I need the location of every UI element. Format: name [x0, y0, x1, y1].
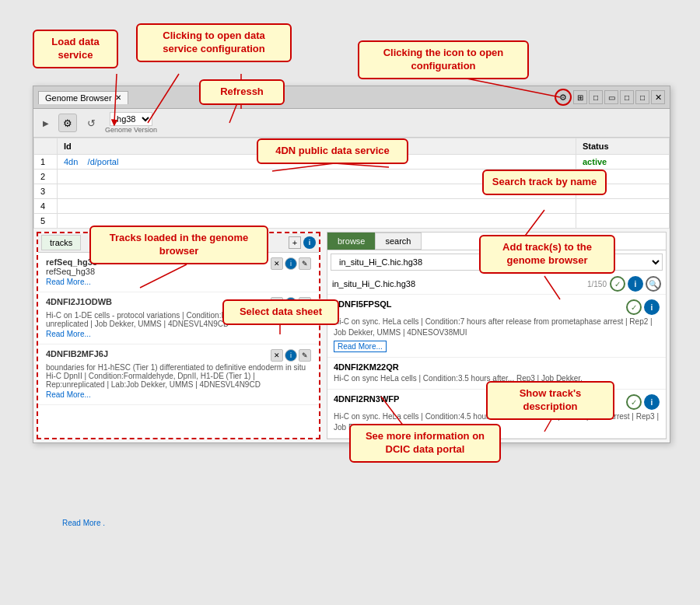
result-read-more[interactable]: Read More...	[334, 341, 387, 352]
track-name: 4DNFI2J1ODWB	[46, 297, 112, 306]
result-check-btn[interactable]: ✓	[610, 276, 625, 292]
icon-toolbar-1[interactable]: ⊞	[573, 90, 587, 104]
callout-showdesc: Show track's description	[486, 381, 614, 420]
track-subname: refSeq_hg38	[46, 267, 97, 276]
result-item-info-btn[interactable]: i	[644, 394, 660, 410]
track-edit-btn[interactable]: ✎	[299, 349, 311, 362]
browser-tab[interactable]: Genome Browser ✕	[38, 91, 128, 104]
tracks-info-icon[interactable]: i	[303, 236, 316, 249]
result-search-btn[interactable]: 🔍	[646, 276, 661, 292]
result-item-check-btn[interactable]: ✓	[626, 394, 642, 410]
callout-select: Select data sheet	[222, 299, 339, 325]
tracks-add-icon[interactable]: +	[289, 236, 301, 249]
track-info-btn[interactable]: i	[285, 257, 297, 270]
row-id	[58, 199, 576, 214]
icon-toolbar-3[interactable]: ▭	[604, 90, 618, 104]
main-container: Load data service Clicking to open data …	[0, 0, 700, 605]
table-row: 4	[34, 199, 670, 214]
gear-icon: ⚙	[63, 117, 72, 129]
track-item: 4DNFIB2MFJ6J ✕ i ✎ boundaries for H1-hES…	[38, 344, 319, 405]
gear-button[interactable]: ⚙	[58, 114, 77, 132]
search-tab-label: search	[385, 236, 411, 246]
callout-4dn-text: 4DN public data service	[275, 145, 390, 156]
callout-tracks: Tracks loaded in the genome browser	[89, 226, 268, 264]
search-result-item: 4DNFI5FPSQL ✓ i Hi-C on sync. HeLa cells…	[327, 295, 666, 358]
browse-tab[interactable]: browse	[327, 233, 375, 250]
callout-load-text: Load data service	[51, 36, 99, 61]
track-read-more[interactable]: Read More...	[46, 278, 91, 286]
callout-clicking: Clicking to open data service configurat…	[136, 23, 292, 62]
browser-tab-label: Genome Browser	[45, 93, 112, 103]
result-info-btn[interactable]: i	[628, 276, 643, 292]
track-read-more[interactable]: Read More...	[46, 390, 91, 399]
genome-label: Genome Version	[105, 126, 157, 134]
callout-addtrack-text: Add track(s) to the genome browser	[502, 241, 592, 266]
row-status	[576, 199, 670, 214]
bottom-read-more[interactable]: Read More .	[62, 519, 105, 527]
play-button[interactable]: ▶	[40, 117, 52, 129]
track-desc: boundaries for H1-hESC (Tier 1) differen…	[46, 363, 311, 389]
callout-icon-config: Clicking the icon to open configuration	[358, 40, 529, 79]
icon-toolbar-2[interactable]: □	[589, 90, 603, 104]
result-title: 4DNFI5FPSQL	[334, 299, 392, 309]
browser-toolbar: ▶ ⚙ ↺ hg38 hg19 Genome Version	[33, 109, 670, 138]
search-tab[interactable]: search	[375, 233, 421, 250]
callout-seemore: See more information on DCIC data portal	[349, 424, 501, 463]
tracks-tab[interactable]: tracks	[41, 235, 81, 250]
row-num: 4	[34, 199, 58, 214]
col-header-status: Status	[576, 138, 670, 155]
row-num: 1	[34, 155, 58, 170]
close-window-icon[interactable]: ✕	[651, 90, 665, 104]
result-desc: Hi-C on sync. HeLa cells | Condition:7 h…	[334, 316, 660, 338]
close-tab-icon[interactable]: ✕	[115, 93, 121, 102]
genome-version-selector[interactable]: hg38 hg19 Genome Version	[105, 112, 157, 134]
callout-addtrack: Add track(s) to the genome browser	[479, 235, 615, 274]
callout-tracks-text: Tracks loaded in the genome browser	[110, 232, 248, 257]
callout-load: Load data service	[33, 30, 118, 68]
search-count: 1/150	[587, 280, 607, 289]
callout-clicking-text: Clicking to open data service configurat…	[163, 30, 264, 54]
refresh-icon: ↺	[87, 117, 96, 129]
browse-tab-label: browse	[338, 236, 365, 246]
track-delete-btn[interactable]: ✕	[271, 257, 283, 270]
refresh-button[interactable]: ↺	[83, 115, 99, 131]
result-item-info-btn[interactable]: i	[644, 299, 660, 315]
icon-toolbar-5[interactable]: □	[635, 90, 649, 104]
row-num: 3	[34, 184, 58, 199]
callout-refresh-text: Refressh	[220, 86, 264, 97]
callout-search-text: Search track by name	[492, 176, 597, 187]
row-num: 5	[34, 214, 58, 229]
track-info-btn[interactable]: i	[285, 349, 297, 362]
track-read-more[interactable]: Read More...	[46, 330, 91, 338]
col-header-num	[34, 138, 58, 155]
search-result-name: in_situ_Hi_C.hic.hg38	[332, 279, 584, 289]
track-delete-btn[interactable]: ✕	[271, 349, 283, 362]
callout-select-text: Select data sheet	[240, 306, 322, 317]
callout-icon-text: Clicking the icon to open configuration	[383, 47, 504, 72]
tracks-tab-label: tracks	[50, 238, 72, 247]
callout-seemore-text: See more information on DCIC data portal	[366, 430, 485, 455]
row-status	[576, 214, 670, 229]
browser-titlebar: Genome Browser ✕ ⚙ ⊞ □ ▭ □ □ ✕	[33, 86, 670, 109]
callout-refresh: Refressh	[199, 79, 285, 105]
icon-toolbar-4[interactable]: □	[620, 90, 634, 104]
callout-search: Search track by name	[482, 170, 607, 195]
search-result-row: in_situ_Hi_C.hic.hg38 1/150 ✓ i 🔍	[327, 274, 666, 295]
result-title: 4DNFI2RN3WFP	[334, 394, 399, 404]
callout-4dn: 4DN public data service	[257, 138, 408, 164]
callout-showdesc-text: Show track's description	[520, 387, 582, 412]
result-item-check-btn[interactable]: ✓	[626, 299, 642, 315]
config-circle-icon[interactable]: ⚙	[555, 89, 572, 106]
track-edit-btn[interactable]: ✎	[299, 257, 311, 270]
track-name: 4DNFIB2MFJ6J	[46, 349, 108, 358]
genome-select[interactable]: hg38 hg19	[110, 112, 152, 126]
result-title: 4DNFI2KM22QR	[334, 362, 660, 372]
row-status: active	[576, 155, 670, 170]
row-num: 2	[34, 170, 58, 184]
